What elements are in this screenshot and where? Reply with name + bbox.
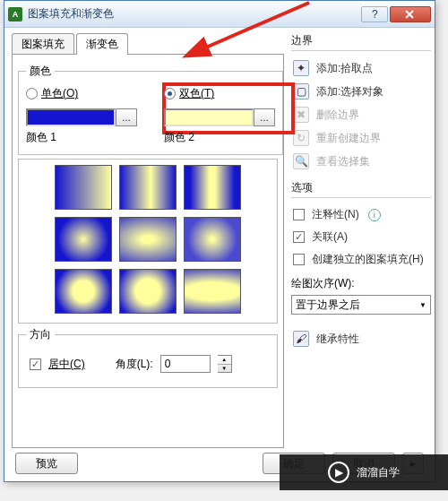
radio-icon — [164, 88, 176, 99]
color1-swatch[interactable] — [26, 108, 116, 126]
draw-order-label: 绘图次序(W): — [291, 276, 431, 291]
draw-order-combo[interactable]: 置于边界之后 ▼ — [291, 295, 431, 315]
inherit-properties[interactable]: 🖌 继承特性 — [291, 327, 431, 350]
boundary-header: 边界 — [291, 33, 431, 51]
color1-label: 颜色 1 — [26, 130, 137, 145]
independent-option[interactable]: 创建独立的图案填充(H) — [291, 248, 431, 271]
close-button[interactable] — [390, 6, 431, 22]
angle-spinner[interactable]: ▲▼ — [218, 355, 232, 373]
gradient-preset[interactable] — [119, 217, 177, 262]
radio-two-label: 双色(T) — [179, 86, 214, 101]
chevron-down-icon: ▼ — [218, 365, 231, 373]
select-object-icon: ▢ — [293, 83, 309, 99]
color2-swatch[interactable] — [164, 108, 254, 126]
gradient-preset-grid — [18, 159, 278, 324]
pick-point-icon: ✦ — [293, 60, 309, 76]
gradient-preset[interactable] — [119, 165, 177, 210]
radio-single-color[interactable]: 单色(O) — [26, 86, 137, 101]
assoc-checkbox[interactable]: ✓ — [293, 231, 305, 243]
gradient-preset[interactable] — [55, 269, 112, 314]
tab-pattern-fill[interactable]: 图案填充 — [12, 33, 74, 55]
info-icon[interactable]: i — [368, 209, 381, 221]
gradient-preset[interactable] — [55, 165, 112, 210]
annotative-option[interactable]: 注释性(N) i — [291, 203, 431, 226]
color2-picker-button[interactable]: … — [254, 108, 275, 126]
play-icon: ▶ — [328, 462, 349, 483]
delete-icon: ✖ — [293, 107, 309, 123]
independent-checkbox[interactable] — [293, 254, 305, 265]
preview-button[interactable]: 预览 — [15, 453, 78, 474]
center-label: 居中(C) — [48, 357, 85, 372]
angle-input[interactable]: 0 — [160, 355, 211, 373]
chevron-up-icon: ▲ — [218, 356, 231, 365]
app-icon: A — [8, 7, 22, 22]
add-select-object[interactable]: ▢ 添加:选择对象 — [291, 80, 431, 103]
gradient-preset[interactable] — [119, 269, 177, 314]
center-checkbox[interactable]: ✓ — [30, 358, 41, 370]
titlebar: A 图案填充和渐变色 ? — [4, 1, 435, 28]
direction-group: 方向 ✓ 居中(C) 角度(L): 0 ▲▼ — [18, 327, 278, 388]
annotative-checkbox[interactable] — [293, 209, 305, 220]
assoc-option[interactable]: ✓ 关联(A) — [291, 226, 431, 248]
radio-single-label: 单色(O) — [41, 86, 78, 101]
watermark: ▶ 溜溜自学 — [280, 454, 448, 490]
radio-two-color[interactable]: 双色(T) — [164, 86, 275, 101]
gradient-preset[interactable] — [184, 217, 241, 262]
view-selection: 🔍 查看选择集 — [291, 150, 431, 173]
delete-boundary: ✖ 删除边界 — [291, 103, 431, 126]
gradient-preset[interactable] — [55, 217, 112, 262]
color-legend: 颜色 — [26, 64, 55, 79]
recreate-icon: ↻ — [293, 130, 309, 146]
help-button[interactable]: ? — [361, 6, 388, 22]
tab-strip: 图案填充 渐变色 — [12, 33, 284, 55]
inherit-icon: 🖌 — [293, 331, 309, 347]
color2-label: 颜色 2 — [164, 130, 275, 145]
svg-text:?: ? — [372, 10, 378, 19]
magnifier-icon: 🔍 — [293, 153, 309, 169]
radio-icon — [26, 88, 38, 99]
window-title: 图案填充和渐变色 — [28, 6, 359, 22]
recreate-boundary: ↻ 重新创建边界 — [291, 126, 431, 150]
dialog-window: A 图案填充和渐变色 ? 图案填充 渐变色 颜色 单色(O) — [4, 0, 435, 482]
direction-legend: 方向 — [26, 327, 55, 342]
color-group: 颜色 单色(O) … 颜色 1 — [18, 64, 283, 155]
add-pick-point[interactable]: ✦ 添加:拾取点 — [291, 56, 431, 80]
options-header: 选项 — [291, 180, 431, 198]
chevron-down-icon: ▼ — [419, 301, 426, 309]
gradient-preset[interactable] — [184, 165, 241, 210]
gradient-preset[interactable] — [184, 269, 241, 314]
angle-label: 角度(L): — [116, 357, 153, 372]
gradient-pane: 颜色 单色(O) … 颜色 1 — [12, 54, 284, 448]
color1-picker-button[interactable]: … — [116, 108, 137, 126]
tab-gradient[interactable]: 渐变色 — [76, 33, 128, 55]
